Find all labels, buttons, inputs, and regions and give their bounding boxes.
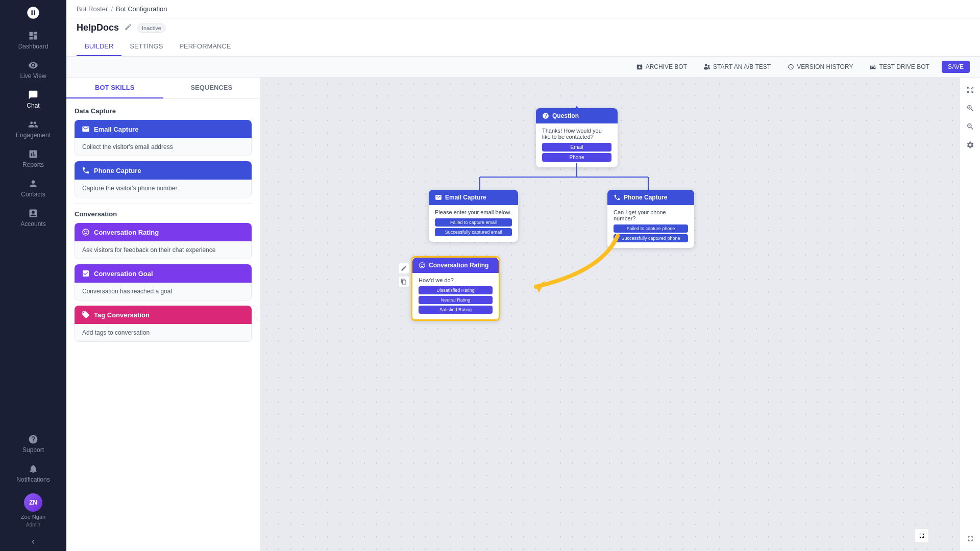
email-success-btn[interactable]: Successfully captured email [435, 228, 512, 236]
skills-tab-bot-skills[interactable]: BOT SKILLS [66, 78, 163, 98]
breadcrumb-parent[interactable]: Bot Roster [77, 5, 108, 13]
sidebar-item-accounts[interactable]: Accounts [0, 203, 66, 233]
email-capture-node-body: Please enter your email below. Failed to… [429, 205, 518, 242]
sidebar-item-contacts[interactable]: Contacts [0, 173, 66, 203]
zoom-in-btn[interactable] [962, 100, 978, 116]
bot-status-badge: Inactive [137, 23, 166, 33]
sidebar-item-live-view[interactable]: Live View [0, 55, 66, 85]
sidebar-item-user[interactable]: ZN Zoe Ngan Admin [0, 488, 66, 533]
sidebar-item-dashboard[interactable]: Dashboard [0, 26, 66, 55]
phone-success-btn[interactable]: Successfully captured phone [614, 234, 688, 242]
conv-rating-title: Conversation Rating [429, 262, 488, 269]
tabs-row: BUILDER SETTINGS PERFORMANCE [66, 37, 980, 57]
sidebar-item-notifications[interactable]: Notifications [0, 459, 66, 488]
sidebar-item-engagement[interactable]: Engagement [0, 114, 66, 144]
zoom-in-icon [966, 104, 974, 112]
question-btn-email[interactable]: Email [542, 143, 611, 152]
fullscreen-right-btn[interactable] [962, 531, 978, 547]
sidebar-item-chat[interactable]: Chat [0, 85, 66, 114]
conversation-rating-card[interactable]: Conversation Rating Ask visitors for fee… [75, 223, 252, 259]
question-btn-phone[interactable]: Phone [542, 153, 611, 162]
bot-title-row: HelpDocs Inactive [66, 18, 980, 37]
support-icon [28, 434, 38, 444]
neutral-btn[interactable]: Neutral Rating [419, 296, 493, 304]
tag-conversation-header: Tag Conversation [75, 306, 252, 324]
satisfied-btn[interactable]: Satisfied Rating [419, 306, 493, 314]
question-node-header: Question [536, 108, 618, 123]
node-copy-btn[interactable] [398, 276, 409, 287]
settings-btn[interactable] [962, 137, 978, 153]
phone-capture-node-title: Phone Capture [624, 194, 667, 201]
main-content: Bot Roster / Bot Configuration HelpDocs … [66, 0, 980, 551]
user-name: Zoe Ngan [21, 514, 45, 520]
conversation-rating-node[interactable]: Conversation Rating How'd we do? Dissati… [411, 256, 500, 321]
sidebar-bottom: Support Notifications ZN Zoe Ngan Admin [0, 429, 66, 551]
accounts-icon [28, 208, 38, 218]
start-ab-test-button[interactable]: START AN A/B TEST [699, 61, 775, 72]
tab-performance[interactable]: PERFORMANCE [171, 37, 239, 56]
breadcrumb-separator: / [111, 5, 113, 13]
version-history-button[interactable]: VERSION HISTORY [783, 61, 857, 72]
settings-icon [966, 141, 974, 149]
contacts-icon [28, 179, 38, 189]
phone-capture-node-header: Phone Capture [607, 190, 694, 205]
ab-test-icon [703, 63, 710, 70]
email-capture-card[interactable]: Email Capture Collect the visitor's emai… [75, 120, 252, 156]
email-icon [435, 194, 442, 201]
tab-builder[interactable]: BUILDER [77, 37, 121, 56]
svg-marker-7 [536, 281, 545, 293]
email-capture-header: Email Capture [75, 120, 252, 138]
conversation-goal-header: Conversation Goal [75, 264, 252, 283]
question-node-body: Thanks! How would you like to be contact… [536, 123, 618, 167]
sidebar-item-label: Chat [27, 102, 39, 109]
phone-capture-body: Capture the visitor's phone number [75, 180, 252, 197]
dissatisfied-btn[interactable]: Dissatisfied Rating [419, 286, 493, 294]
question-node-title: Question [552, 112, 579, 119]
conversation-goal-card[interactable]: Conversation Goal Conversation has reach… [75, 264, 252, 300]
topbar: Bot Roster / Bot Configuration [66, 0, 980, 18]
email-capture-node-header: Email Capture [429, 190, 518, 205]
avatar: ZN [24, 493, 42, 512]
email-capture-node[interactable]: Email Capture Please enter your email be… [429, 190, 518, 242]
goal-icon [82, 269, 90, 278]
phone-capture-node-body: Can I get your phone number? Failed to c… [607, 205, 694, 248]
sidebar-item-label: Dashboard [18, 43, 48, 50]
copy-icon [401, 279, 407, 285]
canvas-area[interactable]: Question Thanks! How would you like to b… [260, 78, 960, 551]
node-actions [398, 263, 409, 287]
zoom-out-btn[interactable] [962, 118, 978, 135]
app-logo-icon [26, 6, 40, 20]
zoom-fit-btn[interactable] [962, 82, 978, 98]
sidebar-item-label: Live View [20, 72, 46, 80]
phone-icon [82, 166, 90, 174]
fullscreen-button[interactable] [915, 529, 929, 543]
email-fail-btn[interactable]: Failed to capture email [435, 218, 512, 227]
tag-conversation-card[interactable]: Tag Conversation Add tags to conversatio… [75, 306, 252, 342]
sidebar-item-reports[interactable]: Reports [0, 144, 66, 173]
skills-tab-sequences[interactable]: SEQUENCES [163, 78, 260, 98]
phone-capture-card[interactable]: Phone Capture Capture the visitor's phon… [75, 161, 252, 197]
node-edit-btn[interactable] [398, 263, 409, 274]
phone-capture-header: Phone Capture [75, 161, 252, 180]
sidebar-item-support[interactable]: Support [0, 429, 66, 459]
reports-icon [28, 149, 38, 159]
test-drive-button[interactable]: TEST DRIVE BOT [865, 61, 933, 72]
sidebar-logo [0, 0, 66, 26]
edit-bot-icon[interactable] [124, 23, 132, 33]
dashboard-icon [28, 31, 38, 41]
conv-rating-body: How'd we do? Dissatisfied Rating Neutral… [412, 273, 499, 319]
question-node[interactable]: Question Thanks! How would you like to b… [536, 108, 618, 167]
phone-icon [614, 194, 621, 201]
tag-conversation-body: Add tags to conversation [75, 324, 252, 342]
email-capture-node-title: Email Capture [445, 194, 486, 201]
tab-settings[interactable]: SETTINGS [121, 37, 171, 56]
question-icon [542, 112, 549, 119]
save-button[interactable]: SAVE [942, 61, 970, 73]
right-panel [960, 78, 980, 551]
conv-rating-text: How'd we do? [419, 277, 493, 283]
archive-bot-button[interactable]: ARCHIVE BOT [632, 61, 691, 72]
sidebar-collapse-btn[interactable] [0, 533, 66, 551]
phone-capture-node[interactable]: Phone Capture Can I get your phone numbe… [607, 190, 694, 248]
phone-fail-btn[interactable]: Failed to capture phone [614, 224, 688, 233]
tag-icon [82, 311, 90, 319]
